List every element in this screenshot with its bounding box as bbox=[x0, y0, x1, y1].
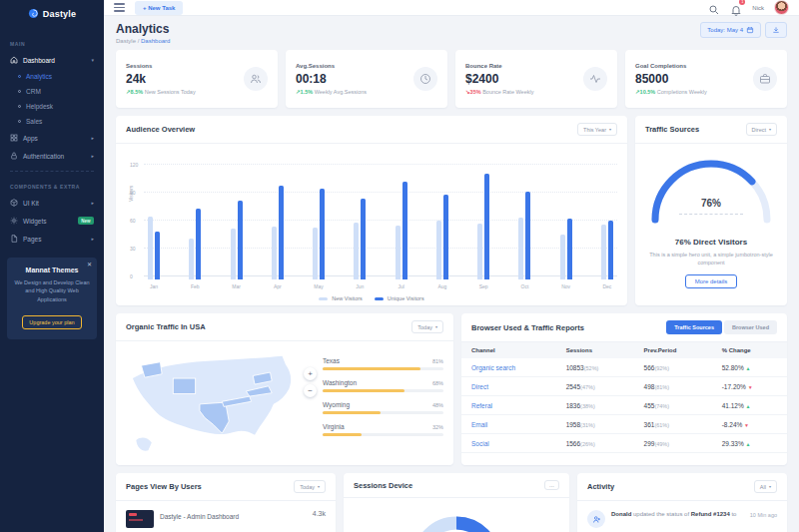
breadcrumb-current[interactable]: Dashboard bbox=[141, 38, 170, 44]
bar-unique-visitors bbox=[361, 199, 366, 279]
state-row-washington[interactable]: Washington68% bbox=[323, 379, 443, 392]
channel-link[interactable]: Direct bbox=[461, 377, 556, 396]
more-details-button[interactable]: More details bbox=[685, 274, 738, 288]
search-icon[interactable] bbox=[708, 2, 720, 14]
bar-new-visitors bbox=[518, 218, 523, 279]
bar-group-apr[interactable]: Apr bbox=[272, 168, 284, 289]
menu-toggle-icon[interactable] bbox=[114, 1, 125, 14]
pages-filter-select[interactable]: Today▾ bbox=[294, 480, 326, 493]
page-view-row[interactable]: Dastyle - Admin Dashboard4.3k bbox=[116, 501, 336, 532]
bar-group-jun[interactable]: Jun bbox=[354, 168, 366, 289]
card-menu-button[interactable]: ... bbox=[544, 480, 559, 490]
bullet-icon bbox=[18, 90, 21, 93]
close-icon[interactable]: ✕ bbox=[87, 261, 92, 267]
traffic-filter-select[interactable]: Direct▾ bbox=[746, 123, 777, 136]
sidebar-item-crm[interactable]: CRM bbox=[0, 84, 104, 99]
column-header: Prev.Period bbox=[634, 342, 712, 358]
alaska-shape bbox=[136, 438, 151, 451]
chevron-right-icon: ▸ bbox=[91, 153, 94, 159]
main-area: + New Task 1 Nick Analytics Dastyle / Da… bbox=[104, 0, 799, 532]
x-tick-label: Nov bbox=[561, 283, 570, 289]
state-row-texas[interactable]: Texas81% bbox=[323, 357, 443, 370]
chevron-right-icon: ▸ bbox=[91, 200, 94, 206]
sidebar-divider bbox=[10, 171, 94, 172]
map-zoom-in-button[interactable]: + bbox=[304, 367, 317, 380]
sidebar-item-analytics[interactable]: Analytics bbox=[0, 69, 104, 84]
sidebar-item-apps[interactable]: Apps▸ bbox=[0, 129, 104, 147]
sidebar-item-dashboard[interactable]: Dashboard▾ bbox=[0, 51, 104, 69]
user-avatar[interactable] bbox=[774, 0, 789, 15]
bullet-icon bbox=[18, 120, 21, 123]
bar-new-visitors bbox=[354, 223, 359, 279]
toggle-traffic-sources-button[interactable]: Traffic Sources bbox=[666, 320, 722, 334]
state-wyoming bbox=[173, 378, 195, 393]
sidebar-item-helpdesk[interactable]: Helpdesk bbox=[0, 99, 104, 114]
activity-rows: Donald updated the status of Refund #123… bbox=[577, 501, 787, 532]
state-row-virginia[interactable]: Virginia32% bbox=[323, 423, 443, 436]
bar-group-mar[interactable]: Mar bbox=[231, 168, 243, 289]
channel-link[interactable]: Email bbox=[461, 415, 556, 434]
sidebar-item-authentication[interactable]: Authentication▸ bbox=[0, 147, 104, 165]
triangle-up-icon: ▲ bbox=[746, 441, 751, 447]
channel-link[interactable]: Referal bbox=[461, 396, 556, 415]
upgrade-plan-button[interactable]: Upgrade your plan bbox=[22, 315, 81, 329]
bar-new-visitors bbox=[396, 226, 400, 279]
bar-group-sep[interactable]: Sep bbox=[477, 168, 489, 289]
bar-new-visitors bbox=[601, 225, 606, 279]
audience-filter-select[interactable]: This Year▾ bbox=[577, 123, 617, 136]
sidebar-main-items: Dashboard▾AnalyticsCRMHelpdeskSalesApps▸… bbox=[0, 51, 104, 165]
logo[interactable]: Dastyle bbox=[0, 0, 104, 27]
stat-label: Avg.Sessions bbox=[296, 63, 367, 69]
new-task-button[interactable]: + New Task bbox=[135, 1, 183, 15]
stat-value: 24k bbox=[126, 72, 196, 86]
toggle-browser-used-button[interactable]: Browser Used bbox=[724, 320, 777, 334]
bar-group-jan[interactable]: Jan bbox=[148, 168, 160, 289]
new-badge: New bbox=[78, 217, 94, 225]
usa-filter-select[interactable]: Today▾ bbox=[411, 320, 443, 333]
chevron-right-icon: ▸ bbox=[91, 135, 94, 141]
lock-icon bbox=[10, 152, 18, 160]
map-zoom-out-button[interactable]: − bbox=[304, 384, 317, 397]
activity-item[interactable]: Donald updated the status of Refund #123… bbox=[577, 501, 787, 532]
bar-group-may[interactable]: May bbox=[313, 168, 325, 289]
bar-group-aug[interactable]: Aug bbox=[436, 168, 448, 289]
bar-group-jul[interactable]: Jul bbox=[396, 168, 407, 289]
stat-label: Bounce Rate bbox=[465, 63, 533, 69]
channel-link[interactable]: Organic search bbox=[461, 358, 556, 377]
bar-unique-visitors bbox=[608, 221, 613, 279]
bullet-icon bbox=[18, 105, 21, 108]
sidebar-item-ui-kit[interactable]: UI Kit▸ bbox=[0, 194, 104, 212]
bar-group-feb[interactable]: Feb bbox=[189, 168, 201, 289]
download-button[interactable] bbox=[765, 22, 787, 38]
table-row: Referal1836(38%)455(74%)41.12% ▲ bbox=[461, 396, 787, 415]
clock-icon bbox=[419, 73, 431, 85]
bar-new-visitors bbox=[272, 227, 277, 279]
date-picker-button[interactable]: Today: May 4 bbox=[700, 22, 761, 38]
stat-label: Sessions bbox=[126, 63, 196, 69]
dastyle-logo-icon bbox=[28, 8, 39, 19]
page-content: Analytics Dastyle / Dashboard Today: May… bbox=[104, 16, 799, 532]
traffic-headline: 76% Direct Visitors bbox=[675, 238, 747, 247]
bar-group-oct[interactable]: Oct bbox=[518, 168, 530, 289]
activity-filter-select[interactable]: All▾ bbox=[754, 480, 777, 493]
sidebar-item-sales[interactable]: Sales bbox=[0, 114, 104, 129]
sidebar-item-widgets[interactable]: WidgetsNew bbox=[0, 212, 104, 230]
table-row: Organic search10853(52%)566(92%)52.80% ▲ bbox=[461, 358, 787, 377]
table-row: Social1566(26%)299(49%)29.33% ▲ bbox=[461, 434, 787, 453]
bar-group-dec[interactable]: Dec bbox=[601, 168, 613, 289]
promo-body: We Design and Develop Clean and High Qua… bbox=[14, 278, 90, 303]
bar-group-nov[interactable]: Nov bbox=[560, 168, 572, 289]
gauge-divider bbox=[679, 214, 743, 215]
column-header: Channel bbox=[461, 342, 556, 358]
x-tick-label: Jan bbox=[150, 283, 158, 289]
channel-link[interactable]: Social bbox=[461, 434, 556, 453]
state-row-wyoming[interactable]: Wyoming48% bbox=[323, 401, 443, 414]
promo-card: ✕ Mannat Themes We Design and Develop Cl… bbox=[7, 258, 97, 339]
sidebar-item-pages[interactable]: Pages▸ bbox=[0, 230, 104, 248]
usa-map[interactable] bbox=[126, 349, 298, 457]
x-tick-label: Oct bbox=[521, 283, 529, 289]
gauge-value: 76% bbox=[645, 198, 777, 209]
x-tick-label: Sep bbox=[479, 283, 488, 289]
notifications-bell-icon[interactable]: 1 bbox=[730, 2, 742, 14]
traffic-sources-card: Traffic Sources Direct▾ 76% 76% Dir bbox=[635, 116, 787, 305]
